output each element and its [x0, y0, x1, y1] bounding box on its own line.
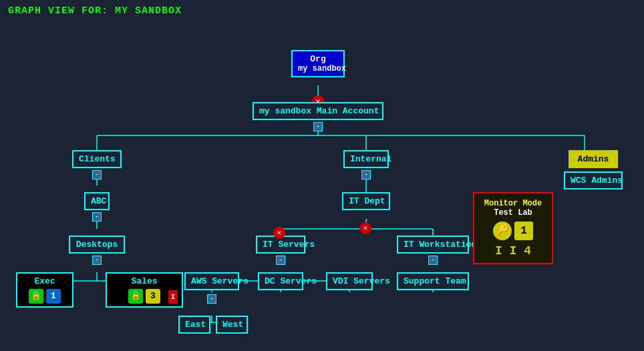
monitor-num1: 1 — [514, 222, 533, 240]
it-servers-collapse[interactable]: - — [276, 256, 285, 265]
org-label2: my sandbox — [298, 64, 338, 73]
admins-node[interactable]: Admins — [569, 150, 618, 168]
abc-collapse[interactable]: - — [92, 212, 102, 222]
wcs-admins-node[interactable]: WCS Admins — [564, 171, 623, 190]
desktops-collapse[interactable]: - — [92, 256, 102, 265]
graph-container: Org my sandbox ✕ my sandbox Main Account… — [0, 22, 644, 349]
east-node[interactable]: East — [178, 316, 210, 334]
account-label: my sandbox Main Account — [259, 106, 379, 116]
exec-node[interactable]: Exec 🔒 1 — [16, 272, 73, 308]
org-label1: Org — [298, 54, 338, 64]
exec-label: Exec — [23, 276, 67, 286]
it-dept-error-icon: ✕ — [359, 222, 371, 234]
internal-node[interactable]: Internal — [343, 150, 389, 168]
support-team-label: Support Team — [404, 276, 466, 286]
clients-label: Clients — [79, 154, 116, 164]
dc-servers-node[interactable]: DC Servers — [258, 272, 303, 290]
west-node[interactable]: West — [216, 316, 248, 334]
sales-red-bar: I — [168, 290, 178, 304]
key-icon: 🔑 — [493, 222, 512, 240]
clients-collapse[interactable]: - — [92, 170, 102, 180]
support-team-node[interactable]: Support Team — [397, 272, 469, 290]
sales-node[interactable]: Sales 🔒 3 I — [106, 272, 183, 308]
clients-node[interactable]: Clients — [72, 150, 122, 168]
wcs-admins-label: WCS Admins — [571, 176, 623, 186]
exec-badges: 🔒 1 — [23, 289, 67, 304]
org-node[interactable]: Org my sandbox — [291, 50, 345, 77]
aws-servers-label: AWS Servers — [191, 276, 249, 286]
internal-label: Internal — [350, 154, 391, 164]
it-dept-node[interactable]: IT Dept — [342, 192, 390, 210]
exec-lock-icon: 🔒 — [29, 289, 43, 304]
admins-label: Admins — [578, 154, 609, 164]
desktops-node[interactable]: Desktops — [69, 236, 125, 254]
sales-num-badge: 3 — [146, 289, 160, 304]
west-label: West — [222, 320, 243, 330]
aws-servers-node[interactable]: AWS Servers — [184, 272, 239, 290]
monitor-count: I I 4 — [481, 244, 545, 258]
sales-lock-icon: 🔒 — [128, 289, 143, 304]
it-dept-label: IT Dept — [349, 196, 385, 206]
vdi-servers-node[interactable]: VDI Servers — [326, 272, 373, 290]
it-servers-error-icon: ✕ — [273, 227, 285, 239]
it-servers-label: IT Servers — [263, 240, 315, 250]
sales-label: Sales — [112, 276, 176, 286]
page-title: GRAPH VIEW FOR: MY SANDBOX — [0, 0, 644, 22]
abc-node[interactable]: ABC — [84, 192, 110, 210]
it-workstations-collapse[interactable]: - — [428, 256, 438, 265]
exec-num-badge: 1 — [46, 289, 61, 304]
account-collapse[interactable]: - — [313, 122, 323, 131]
sales-badges: 🔒 3 — [112, 289, 176, 304]
it-workstations-label: IT Workstations — [404, 240, 482, 250]
desktops-label: Desktops — [76, 240, 118, 250]
monitor-node[interactable]: Monitor Mode Test Lab 🔑 1 I I 4 — [473, 192, 553, 264]
vdi-servers-label: VDI Servers — [333, 276, 390, 286]
aws-servers-collapse[interactable]: - — [207, 294, 216, 304]
monitor-badges: 🔑 1 — [481, 222, 545, 240]
internal-collapse[interactable]: - — [361, 170, 371, 180]
it-workstations-node[interactable]: IT Workstations — [397, 236, 469, 254]
account-node[interactable]: my sandbox Main Account — [253, 102, 383, 120]
abc-label: ABC — [91, 196, 106, 206]
monitor-title: Monitor Mode — [481, 199, 545, 208]
monitor-subtitle: Test Lab — [481, 208, 545, 218]
east-label: East — [185, 320, 206, 330]
dc-servers-label: DC Servers — [265, 276, 317, 286]
